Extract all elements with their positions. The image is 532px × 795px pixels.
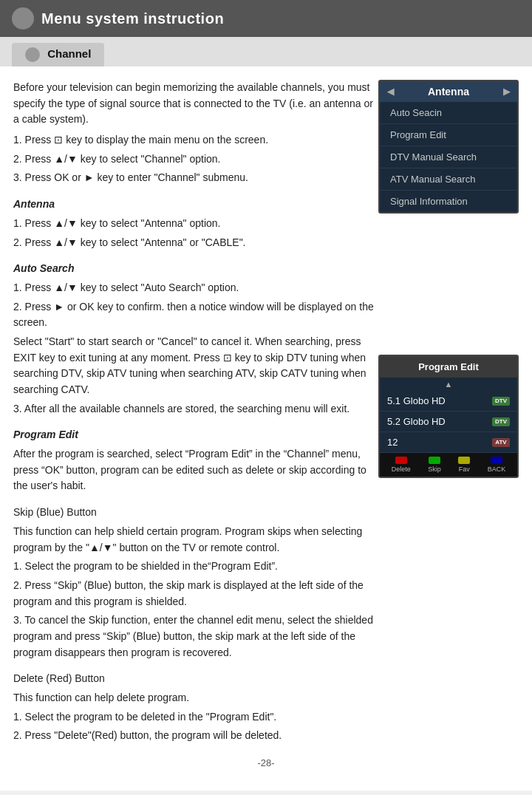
antenna-right-arrow-icon: ▶ bbox=[503, 86, 510, 97]
channel-tab-label: Channel bbox=[47, 47, 91, 60]
program-panel-row-3[interactable]: 12 ATV bbox=[380, 432, 517, 453]
auto-search-step-3: Select "Start" to start search or "Cance… bbox=[13, 334, 375, 398]
skip-step-1: 1. Select the program to be shielded in … bbox=[13, 559, 375, 575]
delete-step-2: 2. Press "Delete"(Red) button, the progr… bbox=[13, 728, 375, 744]
auto-search-step-1: 1. Press ▲/▼ key to select "Auto Search"… bbox=[13, 280, 375, 296]
program-badge-1: DTV bbox=[492, 397, 510, 406]
program-channel-2: 5.2 Globo HD bbox=[387, 416, 446, 427]
program-badge-3: ATV bbox=[492, 438, 510, 447]
antenna-panel-title: Antenna bbox=[428, 86, 469, 98]
program-panel: Program Edit ▲ 5.1 Globo HD DTV 5.2 Glob… bbox=[378, 355, 519, 478]
footer-label-fav: Fav bbox=[459, 465, 470, 473]
page-number: -28- bbox=[257, 757, 274, 768]
program-panel-header: Program Edit bbox=[380, 356, 517, 378]
program-channel-3: 12 bbox=[387, 437, 398, 448]
antenna-heading: Antenna bbox=[13, 197, 375, 213]
body-text: Before your television can begin memoriz… bbox=[13, 80, 375, 744]
antenna-step-2: 2. Press ▲/▼ key to select "Antenna" or … bbox=[13, 235, 375, 251]
channel-tab-circle-icon bbox=[25, 47, 40, 62]
footer-btn-skip[interactable]: Skip bbox=[428, 457, 441, 473]
back-dot-icon bbox=[491, 457, 502, 464]
skip-heading: Skip (Blue) Button bbox=[13, 505, 375, 521]
step-1: 1. Press ⊡ key to display the main menu … bbox=[13, 132, 375, 149]
auto-search-step-2: 2. Press ► or OK key to confirm. then a … bbox=[13, 299, 375, 331]
program-panel-footer: Delete Skip Fav BACK bbox=[380, 453, 517, 477]
skip-text-1: This function can help shield certain pr… bbox=[13, 524, 375, 556]
footer-btn-delete[interactable]: Delete bbox=[392, 457, 411, 473]
antenna-item-program-edit[interactable]: Program Edit bbox=[380, 124, 517, 146]
antenna-item-auto-seacin[interactable]: Auto Seacin bbox=[380, 102, 517, 124]
delete-text: This function can help delete program. bbox=[13, 690, 375, 706]
skip-step-2: 2. Press “Skip” (Blue) button, the skip … bbox=[13, 578, 375, 610]
footer-label-back: BACK bbox=[488, 465, 506, 473]
step-2: 2. Press ▲/▼ key to select "Channel" opt… bbox=[13, 151, 375, 168]
antenna-item-dtv-manual-search[interactable]: DTV Manual Search bbox=[380, 146, 517, 168]
auto-search-step-4: 3. After all the available channels are … bbox=[13, 401, 375, 417]
footer-label-delete: Delete bbox=[392, 465, 411, 473]
step-3: 3. Press OK or ► key to enter "Channel" … bbox=[13, 170, 375, 186]
program-channel-1: 5.1 Globo HD bbox=[387, 395, 446, 406]
program-panel-row-2[interactable]: 5.2 Globo HD DTV bbox=[380, 412, 517, 432]
antenna-panel-header: ◀ Antenna ▶ bbox=[380, 81, 517, 102]
delete-step-1: 1. Select the program to be deleted in t… bbox=[13, 709, 375, 726]
fav-dot-icon bbox=[458, 457, 470, 464]
delete-heading: Delete (Red) Button bbox=[13, 671, 375, 687]
antenna-item-signal-information[interactable]: Signal Information bbox=[380, 191, 517, 212]
page-title: Menu system instruction bbox=[41, 10, 224, 27]
header-circle-icon bbox=[12, 7, 34, 30]
channel-tab-bar: Channel bbox=[0, 37, 532, 66]
antenna-left-arrow-icon: ◀ bbox=[387, 86, 394, 97]
program-edit-heading: Program Edit bbox=[13, 427, 375, 443]
program-panel-row-1[interactable]: 5.1 Globo HD DTV bbox=[380, 391, 517, 412]
page-header: Menu system instruction bbox=[0, 0, 532, 37]
skip-step-3: 3. To cancel the Skip function, enter th… bbox=[13, 613, 375, 661]
auto-search-heading: Auto Search bbox=[13, 261, 375, 277]
antenna-step-1: 1. Press ▲/▼ key to select "Antenna" opt… bbox=[13, 216, 375, 232]
footer-label-skip: Skip bbox=[428, 465, 441, 473]
intro-text: Before your television can begin memoriz… bbox=[13, 80, 375, 128]
antenna-panel: ◀ Antenna ▶ Auto Seacin Program Edit DTV… bbox=[378, 80, 519, 214]
skip-dot-icon bbox=[429, 457, 440, 464]
page-footer: -28- bbox=[13, 747, 519, 774]
antenna-item-atv-manual-search[interactable]: ATV Manual Search bbox=[380, 168, 517, 191]
program-badge-2: DTV bbox=[492, 417, 510, 426]
program-edit-text: After the program is searched, select “P… bbox=[13, 446, 375, 494]
footer-btn-fav[interactable]: Fav bbox=[458, 457, 470, 473]
main-content: ◀ Antenna ▶ Auto Seacin Program Edit DTV… bbox=[0, 66, 532, 791]
program-panel-up-arrow-icon: ▲ bbox=[380, 378, 517, 391]
delete-dot-icon bbox=[395, 457, 407, 464]
footer-btn-back[interactable]: BACK bbox=[488, 457, 506, 473]
channel-tab[interactable]: Channel bbox=[12, 43, 104, 66]
